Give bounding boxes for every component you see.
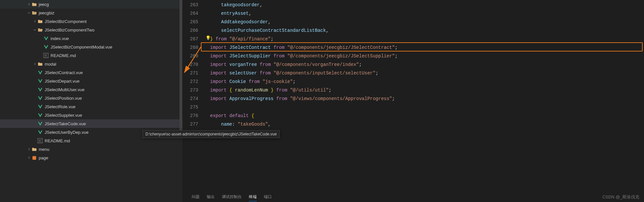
- line-number: 264: [182, 9, 206, 18]
- vue-icon: [37, 121, 43, 126]
- code-line[interactable]: import Cookie from "js-cookie";: [210, 77, 397, 86]
- vue-icon: [37, 70, 43, 75]
- line-number: 273: [182, 86, 206, 94]
- page-icon: [32, 155, 37, 160]
- tree-item[interactable]: JSelectBizComponentModal.vue: [0, 43, 182, 51]
- chevron-right-icon[interactable]: [26, 3, 32, 6]
- line-number: 271: [182, 69, 206, 77]
- tree-item-label: JSelectContract.vue: [45, 70, 83, 75]
- tree-item-label: JSelectTakeCode.vue: [45, 121, 86, 126]
- code-line[interactable]: import { randomLenNum } from "@/utils/ut…: [210, 86, 397, 94]
- chevron-right-icon[interactable]: [26, 156, 32, 159]
- vue-icon: [43, 44, 49, 50]
- tree-item[interactable]: menu: [0, 145, 182, 153]
- tree-item-label: README.md: [45, 138, 70, 143]
- tree-item-label: JSelectMultiUser.vue: [45, 87, 84, 92]
- tree-item-label: JSelectBizComponent: [45, 19, 87, 24]
- chevron-right-icon[interactable]: [26, 148, 32, 151]
- vue-icon: [37, 95, 43, 101]
- folder-icon: [37, 61, 43, 67]
- tree-item-label: index.vue: [51, 36, 69, 41]
- vue-icon: [37, 130, 43, 135]
- code-line[interactable]: name: "takeGoods",: [210, 120, 397, 129]
- tree-item[interactable]: JSelectContract.vue: [0, 68, 182, 77]
- folder-icon: [37, 19, 43, 24]
- tree-item[interactable]: JSelectMultiUser.vue: [0, 85, 182, 94]
- tree-item-label: JSelectDepart.vue: [45, 79, 79, 84]
- explorer-sidebar[interactable]: jeecgjeecgbizJSelectBizComponentJSelectB…: [0, 0, 182, 202]
- vue-icon: [43, 36, 49, 41]
- folder-icon: [32, 2, 37, 7]
- line-number-gutter: 2632642652662672682692702712722732742752…: [182, 0, 206, 129]
- line-number: 270: [182, 60, 206, 69]
- tree-item-label: JSelectPosition.vue: [45, 96, 82, 101]
- vue-icon: [37, 78, 43, 84]
- chevron-down-icon[interactable]: [26, 11, 32, 14]
- tree-item[interactable]: JSelectRole.vue: [0, 102, 182, 111]
- panel-tabs: 问题输出调试控制台终端端口: [182, 192, 644, 202]
- code-line[interactable]: import vorganTree from "@/components/vor…: [210, 60, 397, 69]
- tree-item[interactable]: jeecg: [0, 0, 182, 9]
- tree-item[interactable]: jeecgbiz: [0, 9, 182, 17]
- tree-item[interactable]: JSelectPosition.vue: [0, 94, 182, 102]
- tree-item-label: JSelectSupplier.vue: [45, 113, 82, 118]
- tree-item[interactable]: JSelectTakeCode.vue: [0, 119, 182, 128]
- tree-item[interactable]: M↓README.md: [0, 51, 182, 60]
- code-line[interactable]: import ApprovalProgress from "@/views/co…: [210, 94, 397, 103]
- vue-icon: [37, 104, 43, 109]
- line-number: 268: [182, 43, 206, 52]
- tree-item-label: JSelectBizComponentModal.vue: [51, 45, 112, 50]
- panel-tab[interactable]: 端口: [264, 193, 272, 201]
- line-number: 266: [182, 26, 206, 35]
- tree-item-label: JSelectUserByDep.vue: [45, 130, 89, 135]
- panel-tab[interactable]: 终端: [249, 193, 257, 201]
- code-line[interactable]: [210, 103, 397, 111]
- code-line[interactable]: } from "@/api/finance";: [210, 35, 397, 43]
- code-line[interactable]: import JSelectSupplier from "@/component…: [210, 52, 397, 60]
- folder-icon: [32, 147, 37, 152]
- vue-icon: [37, 87, 43, 92]
- watermark: CSDN @_斯洛伐克: [602, 194, 639, 200]
- tree-item[interactable]: JSelectSupplier.vue: [0, 111, 182, 119]
- code-editor[interactable]: 2632642652662672682692702712722732742752…: [182, 0, 644, 192]
- code-line[interactable]: export default {: [210, 111, 397, 120]
- tree-item-label: JSelectRole.vue: [45, 104, 75, 109]
- code-line[interactable]: selectPurchaseContractStandardListBack,: [210, 26, 397, 35]
- panel-tab[interactable]: 输出: [207, 193, 215, 201]
- path-tooltip: D:\chenyue\sc-asset-admin\src\components…: [142, 130, 280, 138]
- chevron-right-icon[interactable]: [32, 62, 37, 66]
- tree-item[interactable]: index.vue: [0, 34, 182, 43]
- code-line[interactable]: takegoodsorder,: [210, 1, 397, 9]
- vue-icon: [37, 112, 43, 118]
- chevron-down-icon[interactable]: [32, 28, 37, 31]
- code-line[interactable]: import selectUser from "@/components/inp…: [210, 69, 397, 77]
- md-icon: M↓: [43, 53, 49, 58]
- line-number: 263: [182, 1, 206, 9]
- editor-area: 2632642652662672682692702712722732742752…: [182, 0, 644, 202]
- panel-tab[interactable]: 调试控制台: [222, 193, 242, 201]
- tree-item-label: jeecgbiz: [39, 10, 54, 15]
- tree-item-label: page: [39, 155, 48, 160]
- tree-item-label: README.md: [51, 53, 76, 58]
- code-line[interactable]: Addtakegoodsorder,: [210, 18, 397, 26]
- tree-item[interactable]: page: [0, 153, 182, 162]
- chevron-right-icon[interactable]: [32, 20, 37, 23]
- tree-item-label: menu: [39, 147, 50, 152]
- tree-item[interactable]: JSelectBizComponent: [0, 17, 182, 26]
- line-number: 267: [182, 35, 206, 43]
- panel-tab[interactable]: 问题: [192, 193, 200, 201]
- line-number: 265: [182, 18, 206, 26]
- folder-open-icon: [32, 10, 37, 15]
- tree-item[interactable]: JSelectDepart.vue: [0, 77, 182, 85]
- line-number: 269: [182, 52, 206, 60]
- svg-rect-0: [32, 156, 36, 159]
- line-number: 272: [182, 77, 206, 86]
- tree-item-label: jeecg: [39, 2, 49, 7]
- sidebar-scrollbar[interactable]: [179, 0, 182, 202]
- tree-item[interactable]: modal: [0, 60, 182, 68]
- tree-item[interactable]: JSelectBizComponentTwo: [0, 26, 182, 34]
- code-line[interactable]: import JSelectContract from "@/component…: [210, 43, 397, 52]
- line-number: 277: [182, 120, 206, 129]
- code-line[interactable]: entryAsset,: [210, 9, 397, 18]
- line-number: 276: [182, 111, 206, 120]
